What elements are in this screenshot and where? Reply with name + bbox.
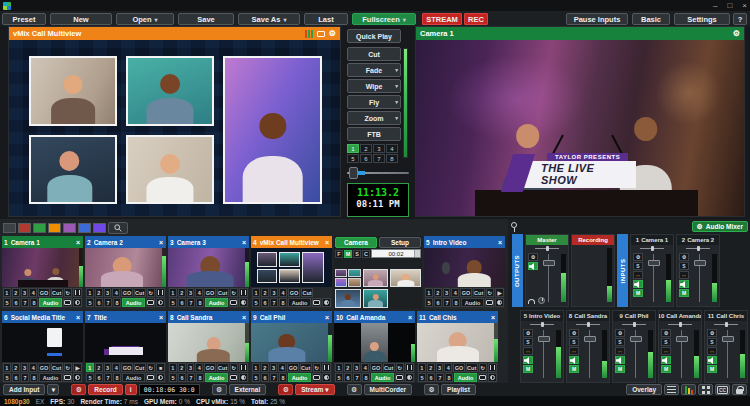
category-swatch-2[interactable] bbox=[33, 223, 46, 233]
playlist-button[interactable]: Playlist bbox=[441, 384, 476, 395]
pan-slider[interactable] bbox=[526, 245, 568, 252]
stinger-number-6[interactable]: 6 bbox=[360, 154, 372, 163]
solo-circle-icon[interactable] bbox=[488, 373, 497, 382]
gear-icon[interactable]: ⚙ bbox=[523, 329, 533, 337]
go-button[interactable]: GO bbox=[288, 288, 300, 297]
overlay-7-button[interactable]: 7 bbox=[436, 373, 444, 382]
preview-window[interactable]: vMix Call Multiview ⚙ bbox=[8, 26, 341, 217]
gear-icon[interactable]: ⚙ bbox=[329, 29, 336, 39]
input-tile-3[interactable]: 3Camera 3×1234GOCut↻5678Audio bbox=[168, 236, 249, 309]
audio-button[interactable]: Audio bbox=[205, 298, 228, 307]
go-button[interactable]: GO bbox=[287, 363, 299, 372]
bus-routing-icon[interactable]: ↔ bbox=[633, 271, 643, 279]
speaker-on-button[interactable] bbox=[633, 280, 643, 288]
fader-handle[interactable] bbox=[630, 336, 642, 342]
gear-icon[interactable]: ⚙ bbox=[528, 253, 538, 261]
mode-m-button[interactable]: M bbox=[344, 250, 352, 258]
fader-handle[interactable] bbox=[694, 260, 706, 266]
overlay-7-button[interactable]: 7 bbox=[104, 298, 112, 307]
speaker-on-button[interactable] bbox=[707, 356, 717, 364]
audio-button[interactable]: Audio bbox=[461, 298, 484, 307]
multiview-grid-icon[interactable] bbox=[698, 384, 713, 395]
audio-button[interactable]: Audio bbox=[122, 298, 145, 307]
close-input-icon[interactable]: × bbox=[158, 314, 164, 321]
overlay-1-button[interactable]: 1 bbox=[335, 363, 343, 372]
audio-mixer-button[interactable]: ⚙ Audio Mixer bbox=[692, 221, 748, 232]
pan-slider[interactable] bbox=[521, 321, 563, 328]
pause-inputs-button[interactable]: Pause Inputs bbox=[566, 13, 628, 25]
pan-slider[interactable] bbox=[705, 321, 747, 328]
pause-icon[interactable] bbox=[156, 288, 165, 297]
input-header[interactable]: 11Call Chis× bbox=[417, 311, 498, 323]
overlay-8-button[interactable]: 8 bbox=[452, 298, 460, 307]
multicorder-button[interactable]: MultiCorder bbox=[364, 384, 412, 395]
overlay-6-button[interactable]: 6 bbox=[261, 373, 269, 382]
close-input-icon[interactable]: × bbox=[407, 314, 413, 321]
open-button[interactable]: Open▾ bbox=[116, 13, 174, 25]
fullscreen-button[interactable]: Fullscreen▾ bbox=[352, 13, 416, 25]
fader-handle[interactable] bbox=[722, 336, 734, 342]
overlay-8-button[interactable]: 8 bbox=[30, 373, 38, 382]
cut-button[interactable]: Cut bbox=[300, 363, 312, 372]
overlay-2-button[interactable]: 2 bbox=[178, 288, 186, 297]
overlay-8-button[interactable]: 8 bbox=[196, 373, 204, 382]
record-settings-gear-icon[interactable]: ⚙ bbox=[71, 384, 86, 395]
overlay-2-button[interactable]: 2 bbox=[95, 288, 103, 297]
overlay-4-button[interactable]: 4 bbox=[195, 288, 203, 297]
bus-routing-icon[interactable]: ↔ bbox=[707, 347, 717, 355]
go-button[interactable]: GO bbox=[204, 363, 216, 372]
overlay-3-button[interactable]: 3 bbox=[187, 363, 195, 372]
duration-field[interactable]: 00:02 bbox=[371, 249, 421, 258]
overlay-5-button[interactable]: 5 bbox=[252, 373, 260, 382]
stream-settings-gear-icon[interactable]: ⚙ bbox=[278, 384, 293, 395]
audio-meter-icon[interactable] bbox=[305, 30, 313, 38]
fullscreen-output-icon[interactable] bbox=[395, 373, 404, 382]
overlay-6-button[interactable]: 6 bbox=[178, 298, 186, 307]
basic-button[interactable]: Basic bbox=[632, 13, 670, 25]
loop-icon[interactable]: ↻ bbox=[313, 363, 322, 372]
solo-circle-icon[interactable] bbox=[405, 373, 414, 382]
overlay-5-button[interactable]: 5 bbox=[169, 298, 177, 307]
audio-button[interactable]: Audio bbox=[371, 373, 394, 382]
volume-fader[interactable] bbox=[543, 254, 555, 302]
mixer-channel-camera-2[interactable]: 2Camera 2⚙S↔M bbox=[676, 234, 720, 307]
close-input-icon[interactable]: × bbox=[490, 314, 496, 321]
zoom-button[interactable]: Zoom▾ bbox=[347, 111, 401, 125]
fader-handle[interactable] bbox=[648, 260, 660, 266]
mute-button[interactable]: M bbox=[633, 289, 643, 297]
volume-fader[interactable] bbox=[538, 330, 550, 378]
fade-button[interactable]: Fade▾ bbox=[347, 63, 401, 77]
fullscreen-output-icon[interactable] bbox=[317, 31, 325, 37]
cut-button[interactable]: Cut bbox=[134, 288, 146, 297]
go-button[interactable]: GO bbox=[38, 288, 50, 297]
setup-button[interactable]: Setup bbox=[379, 237, 421, 248]
preset-button[interactable]: Preset bbox=[2, 13, 46, 25]
input-header[interactable]: 5Intro Video× bbox=[424, 236, 505, 248]
overlay-7-button[interactable]: 7 bbox=[443, 298, 451, 307]
category-swatch-1[interactable] bbox=[18, 223, 31, 233]
overlay-6-button[interactable]: 6 bbox=[261, 298, 269, 307]
bus-routing-icon[interactable]: ↔ bbox=[679, 271, 689, 279]
overlay-3-button[interactable]: 3 bbox=[353, 363, 361, 372]
overlay-6-button[interactable]: 6 bbox=[434, 298, 442, 307]
cut-button[interactable]: Cut bbox=[383, 363, 395, 372]
audio-button[interactable]: Audio bbox=[39, 373, 62, 382]
input-thumbnail[interactable] bbox=[2, 323, 83, 362]
input-tile-7[interactable]: 7Title×1234GOCut↻■5678Audio bbox=[85, 311, 166, 384]
input-header[interactable]: 2Camera 2× bbox=[85, 236, 166, 248]
loop-icon[interactable]: ↻ bbox=[230, 363, 239, 372]
overlay-4-button[interactable]: 4 bbox=[451, 288, 459, 297]
close-input-icon[interactable]: × bbox=[241, 314, 247, 321]
pan-slider[interactable] bbox=[567, 321, 609, 328]
input-thumbnail[interactable] bbox=[424, 248, 505, 287]
overlay-7-button[interactable]: 7 bbox=[104, 373, 112, 382]
solo-circle-icon[interactable] bbox=[156, 298, 165, 307]
volume-fader[interactable] bbox=[694, 254, 706, 302]
overlay-4-button[interactable]: 4 bbox=[278, 363, 286, 372]
mixer-channel-call-sandra[interactable]: 8Call Sandra⚙S↔M bbox=[566, 310, 610, 383]
mute-button[interactable]: M bbox=[615, 365, 625, 373]
last-button[interactable]: Last bbox=[304, 13, 348, 25]
preview-video[interactable] bbox=[9, 40, 340, 216]
overlay-1-button[interactable]: 1 bbox=[3, 363, 11, 372]
external-button[interactable]: External bbox=[229, 384, 267, 395]
